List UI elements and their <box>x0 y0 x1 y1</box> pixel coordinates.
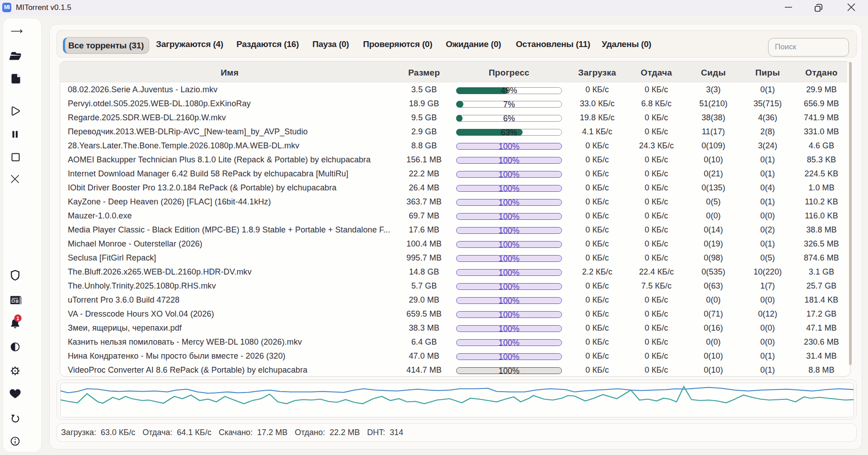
svg-text:1: 1 <box>16 316 19 321</box>
